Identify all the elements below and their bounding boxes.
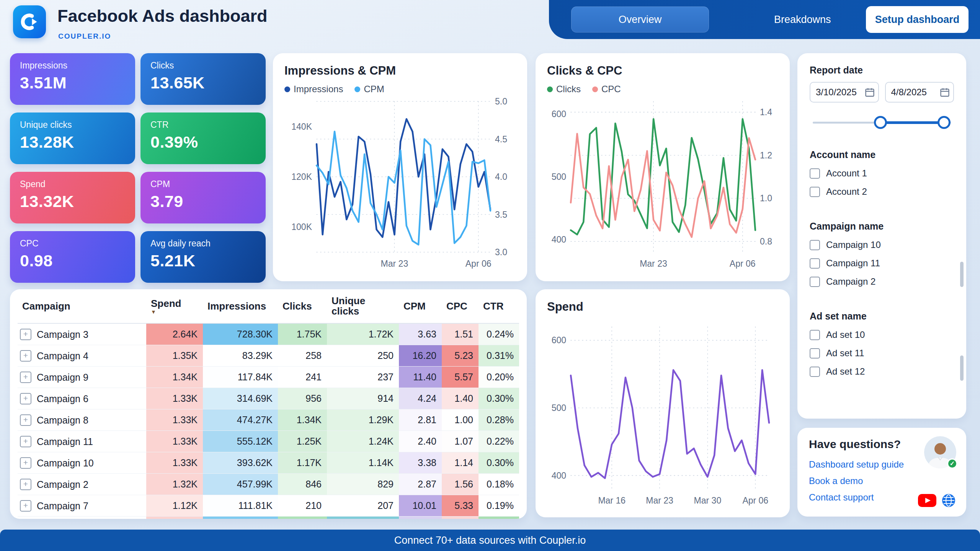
- kpi-value: 3.51M: [20, 73, 125, 92]
- metric-cell: 3.38: [399, 452, 442, 474]
- metric-cell: 250: [327, 345, 399, 367]
- checkbox-icon[interactable]: [810, 367, 820, 377]
- report-date-label: Report date: [810, 65, 954, 76]
- filter-option-account-1[interactable]: Account 1: [810, 164, 954, 183]
- metric-cell: 457.99K: [203, 474, 278, 495]
- expand-row-icon[interactable]: +: [20, 479, 31, 490]
- col-header-unique-clicks[interactable]: Unique clicks: [327, 289, 399, 323]
- campaign-name: Campaign 7: [37, 500, 88, 511]
- metric-cell: [399, 517, 442, 519]
- filter-group-account-name: Account nameAccount 1Account 2: [810, 149, 954, 201]
- header: Facebook Ads dashboard COUPLER.IO Overvi…: [0, 0, 980, 43]
- metric-cell: 829: [327, 474, 399, 495]
- expand-row-icon[interactable]: +: [20, 457, 31, 469]
- sort-desc-icon: ▼: [151, 310, 156, 314]
- col-header-cpm[interactable]: CPM: [399, 289, 442, 323]
- checkbox-icon[interactable]: [810, 330, 820, 340]
- checkbox-icon[interactable]: [810, 258, 820, 269]
- filter-option-account-2[interactable]: Account 2: [810, 183, 954, 201]
- kpi-label: CPC: [20, 238, 125, 249]
- expand-row-icon[interactable]: +: [20, 350, 31, 362]
- col-header-spend[interactable]: Spend▼: [146, 289, 203, 323]
- filter-option-ad-set-12[interactable]: Ad set 12: [810, 362, 954, 381]
- campaign-scrollbar-thumb[interactable]: [960, 262, 964, 287]
- metric-cell: 314.69K: [203, 388, 278, 409]
- footer-text: Connect 70+ data sources with Coupler.io: [394, 535, 586, 546]
- metric-cell: 0.28%: [479, 409, 519, 431]
- legend-label: Clicks: [556, 84, 581, 95]
- kpi-label: Unique clicks: [20, 120, 125, 130]
- table-row: +Campaign 71.12K111.81K21020710.015.330.…: [18, 495, 519, 517]
- youtube-icon[interactable]: [918, 494, 936, 509]
- filter-group-heading: Campaign name: [810, 221, 954, 232]
- expand-row-icon[interactable]: +: [20, 393, 31, 404]
- metric-cell: 1.35K: [146, 345, 203, 367]
- filter-option-campaign-11[interactable]: Campaign 11: [810, 254, 954, 272]
- metric-cell: 1.14: [442, 452, 479, 474]
- metric-cell: 1.75K: [278, 323, 327, 345]
- svg-text:600: 600: [552, 109, 566, 119]
- checkbox-icon[interactable]: [810, 240, 820, 250]
- filter-option-ad-set-10[interactable]: Ad set 10: [810, 326, 954, 344]
- svg-text:Apr 06: Apr 06: [466, 259, 492, 269]
- svg-text:Apr 06: Apr 06: [742, 496, 768, 505]
- col-header-clicks[interactable]: Clicks: [278, 289, 327, 323]
- metric-cell: 1.56: [442, 474, 479, 495]
- svg-text:1.4: 1.4: [760, 107, 772, 117]
- slider-handle-end[interactable]: [938, 116, 951, 129]
- metric-cell: 1.33K: [146, 431, 203, 452]
- tab-overview[interactable]: Overview: [571, 7, 709, 33]
- campaign-name: Campaign 3: [37, 329, 88, 340]
- checkbox-icon[interactable]: [810, 168, 820, 179]
- checkbox-icon[interactable]: [810, 277, 820, 287]
- expand-row-icon[interactable]: +: [20, 414, 31, 426]
- table-row: +Campaign 101.33K393.62K1.17K1.14K3.381.…: [18, 452, 519, 474]
- metric-cell: 1.40: [442, 388, 479, 409]
- svg-text:4.0: 4.0: [495, 172, 507, 182]
- calendar-icon[interactable]: [939, 87, 950, 99]
- campaign-table: CampaignSpend▼ImpressionsClicksUnique cl…: [18, 289, 519, 519]
- filter-option-campaign-2[interactable]: Campaign 2: [810, 272, 954, 291]
- expand-row-icon[interactable]: +: [20, 500, 31, 512]
- col-header-impressions[interactable]: Impressions: [203, 289, 278, 323]
- metric-cell: 555.12K: [203, 431, 278, 452]
- kpi-label: Spend: [20, 179, 125, 189]
- coupler-logo-icon: [13, 5, 46, 38]
- col-header-cpc[interactable]: CPC: [442, 289, 479, 323]
- filter-option-campaign-10[interactable]: Campaign 10: [810, 236, 954, 254]
- metric-cell: 1.24K: [327, 431, 399, 452]
- metric-cell: 111.81K: [203, 495, 278, 517]
- table-header-row: CampaignSpend▼ImpressionsClicksUnique cl…: [18, 289, 519, 323]
- slider-selected-range[interactable]: [880, 121, 944, 124]
- footer-banner[interactable]: Connect 70+ data sources with Coupler.io: [0, 530, 980, 551]
- checkbox-icon[interactable]: [810, 187, 820, 197]
- metric-cell: 2.64K: [146, 323, 203, 345]
- checkbox-icon[interactable]: [810, 348, 820, 359]
- svg-text:Apr 06: Apr 06: [730, 259, 756, 269]
- slider-handle-start[interactable]: [874, 116, 887, 129]
- checkbox-label: Campaign 10: [826, 240, 881, 250]
- social-icons: [918, 494, 956, 509]
- tab-breakdowns[interactable]: Breakdowns: [774, 14, 831, 26]
- checkbox-label: Ad set 11: [826, 348, 864, 359]
- kpi-label: Avg daily reach: [150, 238, 256, 249]
- svg-text:400: 400: [552, 471, 566, 481]
- svg-text:1.2: 1.2: [760, 150, 772, 160]
- expand-row-icon[interactable]: +: [20, 436, 31, 447]
- col-header-campaign[interactable]: Campaign: [18, 289, 146, 323]
- expand-row-icon[interactable]: +: [20, 329, 31, 340]
- clicks-cpc-chart-card: Clicks & CPC ClicksCPC 6005004001.41.21.…: [536, 53, 790, 281]
- col-header-ctr[interactable]: CTR: [479, 289, 519, 323]
- metric-cell: 0.30%: [479, 452, 519, 474]
- help-link-book-a-demo[interactable]: Book a demo: [809, 473, 955, 489]
- setup-dashboard-button[interactable]: Setup dashboard: [866, 6, 969, 33]
- calendar-icon[interactable]: [864, 87, 875, 99]
- impressions-cpm-chart-card: Impressions & CPM ImpressionsCPM 140K120…: [273, 53, 527, 281]
- adset-scrollbar-thumb[interactable]: [960, 355, 964, 381]
- globe-icon[interactable]: [942, 494, 956, 509]
- expand-row-icon[interactable]: +: [20, 372, 31, 383]
- svg-text:140K: 140K: [291, 122, 312, 132]
- checkbox-label: Campaign 2: [826, 276, 875, 287]
- filter-option-ad-set-11[interactable]: Ad set 11: [810, 344, 954, 362]
- metric-cell: 1.33K: [146, 452, 203, 474]
